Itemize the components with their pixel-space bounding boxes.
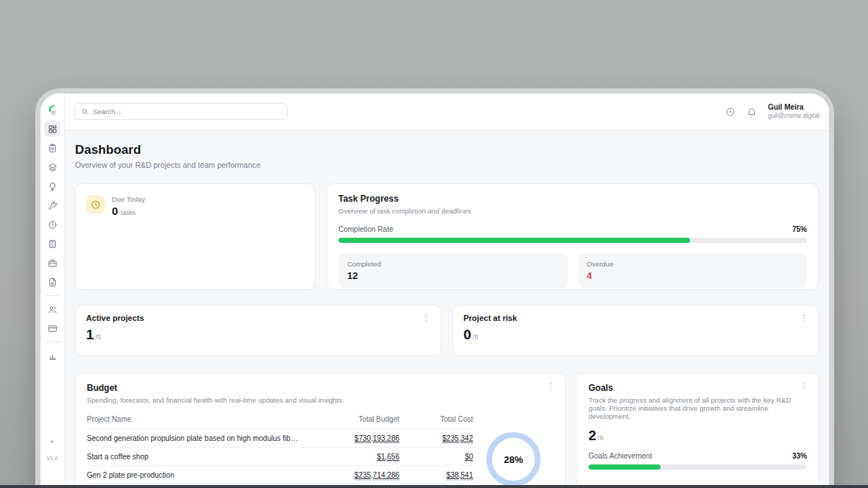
lightbulb-icon [48, 182, 57, 191]
history-button[interactable] [725, 107, 736, 117]
active-projects-title: Active projects [86, 314, 430, 322]
due-today-label: Due Today [112, 195, 145, 203]
top-bar: Guil Meira guil@creme.digital [65, 93, 829, 130]
page-title: Dashboard [75, 143, 819, 158]
overdue-stat-box: Overdue 4 [578, 253, 808, 288]
layers-icon [48, 163, 57, 172]
history-clock-icon [725, 107, 736, 117]
users-icon [48, 305, 57, 314]
project-at-risk-value: 0 [463, 327, 472, 343]
goals-title: Goals [588, 383, 807, 393]
project-name: Second generation propulsion plate based… [87, 434, 307, 442]
sidebar-collapse-dot[interactable] [51, 440, 54, 443]
clipboard-icon [48, 144, 57, 153]
table-row: Second generation propulsion plate based… [87, 429, 473, 448]
wrench-icon [48, 201, 57, 211]
completed-stat-box: Completed 12 [338, 253, 568, 288]
sidebar-item-tasks[interactable] [44, 140, 60, 156]
project-at-risk-title: Project at risk [463, 314, 808, 322]
goals-achievement-percent: 33% [792, 452, 807, 460]
budget-table-header: Project Name Total Budget Total Cost [87, 412, 473, 429]
budget-value[interactable]: $730,193.286 [355, 434, 399, 444]
sidebar-item-reports[interactable] [44, 347, 60, 364]
user-email: guil@creme.digital [768, 112, 819, 120]
completion-rate-bar-fill [338, 238, 690, 243]
goals-total: /6 [598, 434, 604, 442]
budget-percent-value: 28% [504, 454, 523, 465]
notifications-button[interactable] [747, 107, 757, 117]
goals-achievement-bar [588, 464, 807, 470]
task-progress-card: Task Progress Overview of task completio… [327, 183, 819, 290]
sidebar-item-projects[interactable] [44, 255, 60, 271]
overdue-value: 4 [587, 270, 799, 281]
sidebar-item-calculator[interactable] [44, 236, 60, 252]
screen-bottom-edge [0, 485, 868, 488]
clock-icon [48, 220, 57, 230]
sidebar-item-tools[interactable] [44, 197, 60, 213]
due-clock-icon [90, 199, 101, 210]
goals-achievement-bar-fill [588, 464, 661, 470]
search-input[interactable] [93, 107, 281, 116]
task-progress-subtitle: Overview of task completion and deadline… [338, 207, 807, 215]
budget-value[interactable]: $235,714.286 [355, 471, 399, 481]
column-total-cost: Total Cost [399, 415, 473, 423]
budget-subtitle: Spending, forecasts, and financial healt… [87, 396, 554, 404]
project-name: Gen 2 plate pre-production [87, 471, 307, 479]
cost-value[interactable]: $0 [465, 453, 473, 462]
completion-rate-percent: 75% [792, 225, 807, 233]
kebab-menu-icon[interactable]: ⋮ [419, 313, 433, 324]
sidebar: V1.0 [40, 93, 65, 488]
cost-value[interactable]: $38,541 [447, 471, 473, 481]
active-projects-card: Active projects ⋮ 1 /5 [75, 305, 441, 356]
overdue-label: Overdue [587, 260, 799, 268]
kebab-menu-icon[interactable]: ⋮ [544, 381, 558, 392]
bell-icon [747, 107, 757, 117]
budget-value[interactable]: $1,656 [377, 453, 399, 462]
sidebar-item-billing[interactable] [44, 320, 60, 336]
sidebar-item-time[interactable] [44, 216, 60, 233]
search-box[interactable] [74, 103, 288, 120]
page-subtitle: Overview of your R&D projects and team p… [75, 160, 819, 169]
table-row: Gen 2 plate pre-production $235,714.286 … [87, 466, 473, 484]
bar-chart-icon [48, 351, 57, 361]
sidebar-divider [46, 342, 60, 342]
search-icon [81, 107, 88, 116]
app-version: V1.0 [46, 455, 57, 462]
due-today-value: 0 [112, 205, 118, 217]
sidebar-item-team[interactable] [44, 301, 60, 317]
budget-card: Budget ⋮ Spending, forecasts, and financ… [75, 372, 566, 488]
user-menu[interactable]: Guil Meira guil@creme.digital [768, 103, 819, 120]
task-progress-title: Task Progress [338, 194, 807, 204]
completion-rate-label: Completion Rate [338, 225, 393, 233]
sidebar-item-layers[interactable] [44, 159, 60, 175]
kebab-menu-icon[interactable]: ⋮ [797, 381, 811, 392]
credit-card-icon [48, 324, 57, 333]
sidebar-item-dashboard[interactable] [44, 121, 60, 137]
project-at-risk-total: /5 [473, 333, 479, 341]
completed-label: Completed [347, 260, 559, 268]
sidebar-item-documents[interactable] [44, 274, 60, 290]
budget-table: Project Name Total Budget Total Cost Sec… [87, 412, 473, 488]
cost-value[interactable]: $235,342 [442, 434, 473, 444]
due-today-unit: tasks [121, 209, 135, 216]
goals-subtitle: Track the progress and alignment of all … [588, 396, 802, 420]
due-today-icon-box [86, 195, 105, 214]
active-projects-total: /5 [96, 333, 102, 341]
column-total-budget: Total Budget [307, 415, 399, 423]
sidebar-item-ideas[interactable] [44, 178, 60, 194]
goals-value: 2 [588, 428, 597, 444]
dashboard-grid-icon [48, 124, 57, 134]
active-projects-value: 1 [86, 327, 94, 343]
kebab-menu-icon[interactable]: ⋮ [797, 313, 811, 324]
project-at-risk-card: Project at risk ⋮ 0 /5 [452, 305, 819, 356]
creme-logo-icon[interactable] [44, 102, 60, 118]
calculator-icon [48, 239, 57, 249]
budget-percent-ring: 28% [486, 432, 541, 487]
briefcase-icon [48, 258, 57, 268]
app-window: V1.0 [40, 93, 829, 488]
sidebar-divider [46, 295, 60, 296]
file-icon [48, 277, 57, 287]
column-project-name: Project Name [87, 415, 307, 423]
user-name: Guil Meira [768, 103, 819, 113]
goals-achievement-label: Goals Achievement [588, 452, 652, 460]
